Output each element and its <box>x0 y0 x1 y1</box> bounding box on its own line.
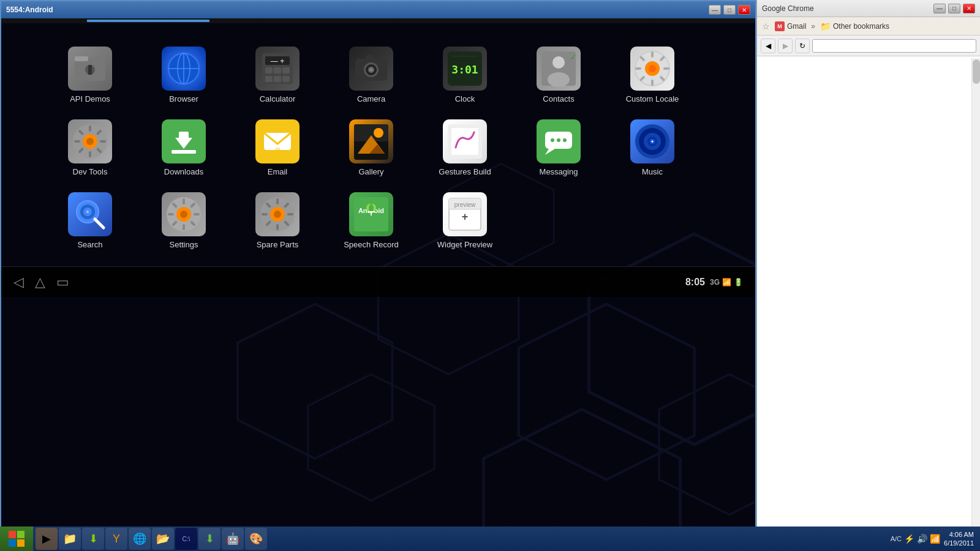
svg-rect-49 <box>100 140 106 143</box>
bookmark-gmail[interactable]: M Gmail <box>775 21 806 31</box>
battery-icon: 🔋 <box>734 278 743 287</box>
app-spare-parts[interactable]: Spare Parts <box>238 187 317 254</box>
start-button[interactable] <box>0 527 33 551</box>
title-bar: 5554:Android — □ ✕ <box>1 1 755 18</box>
app-search[interactable]: Search <box>50 187 130 254</box>
svg-point-72 <box>551 138 554 142</box>
app-contacts[interactable]: ✓ Contacts <box>519 42 598 108</box>
svg-rect-102 <box>262 213 268 216</box>
close-button[interactable]: ✕ <box>738 5 750 15</box>
svg-point-30 <box>548 72 570 87</box>
widget-preview-label: Widget Preview <box>437 240 492 249</box>
app-clock[interactable]: 3:01 Clock <box>425 42 505 108</box>
svg-rect-89 <box>183 198 185 204</box>
app-custom-locale[interactable]: Custom Locale <box>612 42 692 108</box>
app-messaging[interactable]: Messaging <box>519 114 598 181</box>
browser-label: Browser <box>169 94 198 103</box>
browser-minimize[interactable]: — <box>933 4 946 13</box>
app-downloads[interactable]: Downloads <box>144 114 224 181</box>
android-status-bar: ◁ △ ▭ 8:05 3G 📶 🔋 <box>1 266 755 297</box>
svg-text:preview: preview <box>454 201 476 208</box>
bookmark-folder[interactable]: 📁 Other bookmarks <box>820 21 889 31</box>
browser-back[interactable]: ◀ <box>761 39 775 53</box>
browser-window-controls: — □ ✕ <box>933 4 975 13</box>
svg-rect-46 <box>89 126 91 132</box>
home-button[interactable]: △ <box>35 274 45 290</box>
bookmark-star[interactable]: ☆ <box>762 21 770 31</box>
custom-locale-icon <box>630 47 674 91</box>
app-gestures-build[interactable]: Gestures Build <box>425 114 505 181</box>
taskbar-app-folder2[interactable]: 📂 <box>152 528 174 550</box>
svg-rect-58 <box>172 150 196 154</box>
app-music[interactable]: Music <box>612 114 692 181</box>
browser-content <box>757 56 980 551</box>
network-indicator: 3G <box>710 278 720 287</box>
svg-rect-2 <box>75 56 88 61</box>
svg-rect-4 <box>88 65 92 75</box>
bookmark-more[interactable]: » <box>811 22 815 31</box>
browser-icon <box>162 47 206 91</box>
taskbar-app-download2[interactable]: ⬇ <box>198 528 221 550</box>
loading-progress <box>87 20 209 22</box>
browser-refresh[interactable]: ↻ <box>795 39 810 53</box>
tray-volume-icon: 🔊 <box>917 534 927 544</box>
app-email[interactable]: @ Email <box>238 114 317 181</box>
app-speech-record[interactable]: Android Speech Record <box>331 187 411 254</box>
minimize-button[interactable]: — <box>709 5 721 15</box>
svg-rect-103 <box>287 213 293 216</box>
window-controls: — □ ✕ <box>709 5 750 15</box>
app-calculator[interactable]: — + Calculator <box>238 42 317 108</box>
maximize-button[interactable]: □ <box>723 5 736 15</box>
taskbar-app-chrome[interactable]: 🌐 <box>129 528 151 550</box>
settings-label: Settings <box>170 240 198 249</box>
taskbar-app-explorer[interactable]: 📁 <box>59 528 81 550</box>
bookmarks-bar: ☆ M Gmail » 📁 Other bookmarks <box>757 17 980 36</box>
email-icon: @ <box>255 119 300 163</box>
gallery-icon <box>349 119 393 163</box>
clock-date: 6/19/2011 <box>944 539 974 547</box>
back-button[interactable]: ◁ <box>13 274 24 290</box>
taskbar-app-yahoo[interactable]: Y <box>105 528 127 550</box>
custom-locale-label: Custom Locale <box>626 94 679 103</box>
app-widget-preview[interactable]: preview + Widget Preview <box>425 187 505 254</box>
svg-point-97 <box>180 211 187 218</box>
speech-record-label: Speech Record <box>344 240 399 249</box>
app-dev-tools[interactable]: Dev Tools <box>50 114 130 181</box>
taskbar-app-cmd[interactable]: C:\ <box>175 528 197 550</box>
music-icon <box>630 119 674 163</box>
app-api-demos[interactable]: API Demos <box>50 42 130 108</box>
widget-preview-icon: preview + <box>443 192 487 236</box>
browser-forward[interactable]: ▶ <box>778 39 793 53</box>
app-gallery[interactable]: Gallery <box>331 114 411 181</box>
taskbar-app-palette[interactable]: 🎨 <box>245 528 267 550</box>
other-bookmarks-label: Other bookmarks <box>833 22 889 31</box>
windows-taskbar: ▶ 📁 ⬇ Y 🌐 📂 C:\ ⬇ 🤖 🎨 A/C ⚡ 🔊 📶 4:06 AM … <box>0 527 980 551</box>
svg-rect-16 <box>265 76 273 82</box>
svg-rect-92 <box>194 213 200 216</box>
browser-maximize[interactable]: □ <box>948 4 960 13</box>
spare-parts-icon <box>255 192 300 236</box>
taskbar-app-utorrent[interactable]: ⬇ <box>82 528 104 550</box>
messaging-icon <box>537 119 581 163</box>
browser-titlebar: Google Chrome — □ ✕ <box>757 0 980 17</box>
camera-icon <box>349 47 393 91</box>
gestures-build-icon <box>443 119 487 163</box>
app-camera[interactable]: Camera <box>331 42 411 108</box>
system-clock[interactable]: 4:06 AM 6/19/2011 <box>944 530 974 548</box>
progress-area <box>1 18 755 23</box>
browser-close[interactable]: ✕ <box>963 4 975 13</box>
taskbar-app-wmp[interactable]: ▶ <box>36 528 58 550</box>
address-bar[interactable] <box>812 39 976 53</box>
taskbar-app-android[interactable]: 🤖 <box>222 528 244 550</box>
android-emulator-window: 5554:Android — □ ✕ <box>0 0 756 551</box>
recents-button[interactable]: ▭ <box>56 274 69 290</box>
downloads-icon <box>162 119 206 163</box>
browser-scrollbar[interactable] <box>971 58 980 551</box>
svg-point-29 <box>552 56 565 69</box>
dev-tools-label: Dev Tools <box>73 167 108 176</box>
app-settings[interactable]: Settings <box>144 187 224 254</box>
svg-point-81 <box>652 141 654 143</box>
messaging-label: Messaging <box>540 167 578 176</box>
scrollbar-thumb[interactable] <box>973 59 980 84</box>
app-browser[interactable]: Browser <box>144 42 224 108</box>
